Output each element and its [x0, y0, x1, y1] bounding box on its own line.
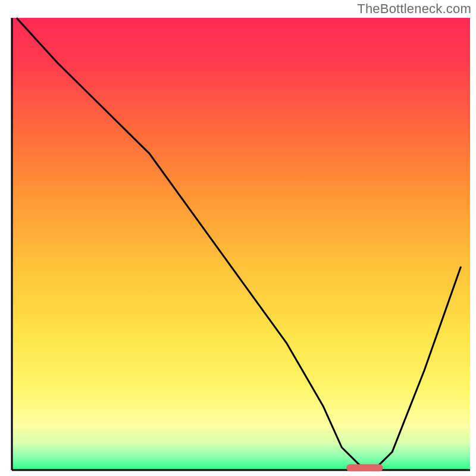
watermark-text: TheBottleneck.com: [357, 1, 471, 17]
optimal-range-marker: [346, 464, 383, 471]
bottleneck-plot: [0, 0, 476, 476]
chart-stage: TheBottleneck.com: [0, 0, 476, 476]
